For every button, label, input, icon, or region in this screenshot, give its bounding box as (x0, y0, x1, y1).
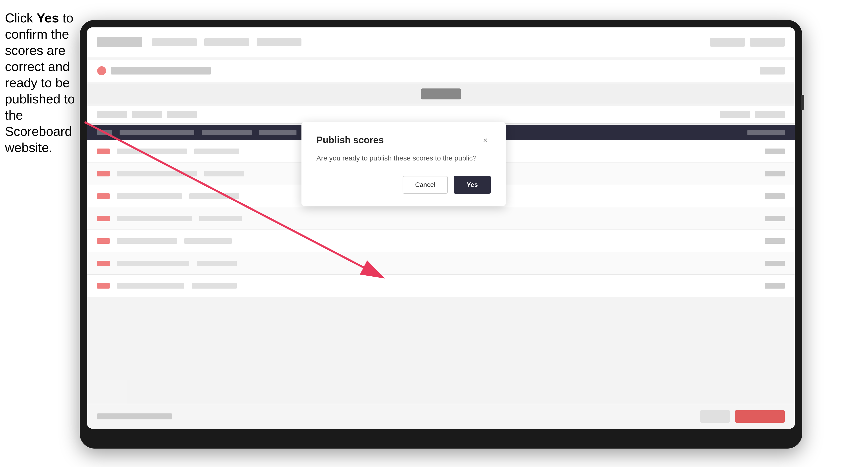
nav-item-events (204, 38, 249, 46)
td-rank (97, 261, 110, 266)
nav-item-scores (257, 38, 302, 46)
modal-title: Publish scores (316, 135, 384, 146)
modal-body-text: Are you ready to publish these scores to… (316, 153, 491, 163)
modal-yes-button[interactable]: Yes (454, 176, 491, 194)
table-row (87, 252, 795, 275)
cancel-button[interactable] (700, 410, 730, 423)
app-header (87, 27, 795, 57)
modal-close-button[interactable]: × (480, 134, 491, 146)
td-name (117, 216, 192, 221)
modal-cancel-button[interactable]: Cancel (403, 176, 448, 194)
td-score (765, 216, 785, 221)
bottom-info-text (97, 413, 172, 419)
bottom-buttons (700, 410, 785, 423)
th-name (120, 130, 194, 135)
modal-footer: Cancel Yes (316, 176, 491, 194)
td-name (117, 171, 197, 177)
td-cat (194, 149, 239, 154)
filter-right (720, 111, 785, 118)
td-rank (97, 216, 110, 221)
td-score (765, 193, 785, 199)
bottom-bar (87, 404, 795, 429)
td-score (765, 283, 785, 288)
filter-view (755, 111, 785, 118)
th-points (747, 130, 785, 135)
th-score (259, 130, 297, 135)
header-right (710, 38, 785, 46)
td-rank (97, 193, 110, 199)
td-score (765, 261, 785, 266)
td-rank (97, 283, 110, 288)
app-logo (97, 37, 142, 47)
td-cat (197, 261, 237, 266)
td-score (765, 238, 785, 244)
table-row (87, 207, 795, 230)
filter-sort (720, 111, 750, 118)
td-score (765, 149, 785, 154)
nav-item-leaderboards (152, 38, 197, 46)
instruction-text: Click Yes to confirm the scores are corr… (5, 10, 77, 156)
filter-item-3 (167, 111, 197, 118)
td-cat (184, 238, 232, 244)
instruction-suffix: to confirm the scores are correct and re… (5, 11, 75, 155)
td-rank (97, 171, 110, 177)
tablet-side-button (801, 95, 804, 110)
td-score (765, 171, 785, 177)
event-score (760, 67, 785, 74)
td-name (117, 261, 189, 266)
modal-header: Publish scores × (316, 134, 491, 146)
publish-row (87, 84, 795, 104)
event-icon (97, 66, 106, 75)
td-name (117, 238, 177, 244)
publish-btn-background (421, 89, 461, 99)
td-cat (189, 193, 239, 199)
tablet-screen: Publish scores × Are you ready to publis… (87, 27, 795, 429)
instruction-bold: Yes (37, 11, 59, 25)
th-category (202, 130, 252, 135)
event-title (111, 67, 211, 74)
td-name (117, 283, 184, 288)
tablet-device: Publish scores × Are you ready to publis… (80, 20, 802, 448)
td-cat (192, 283, 237, 288)
event-row (87, 60, 795, 82)
publish-scores-modal: Publish scores × Are you ready to publis… (302, 122, 506, 206)
filter-row (87, 106, 795, 124)
td-cat (204, 171, 244, 177)
td-name (117, 193, 182, 199)
table-row (87, 275, 795, 297)
header-account-btn (710, 38, 745, 46)
header-settings-btn (750, 38, 785, 46)
instruction-prefix: Click (5, 11, 37, 25)
table-row (87, 230, 795, 252)
td-name (117, 149, 187, 154)
td-rank (97, 238, 110, 244)
publish-scores-button[interactable] (735, 410, 785, 423)
filter-item-2 (132, 111, 162, 118)
td-cat (199, 216, 242, 221)
filter-item-1 (97, 111, 127, 118)
th-pos (97, 130, 112, 135)
header-nav (152, 38, 302, 46)
td-rank (97, 149, 110, 154)
